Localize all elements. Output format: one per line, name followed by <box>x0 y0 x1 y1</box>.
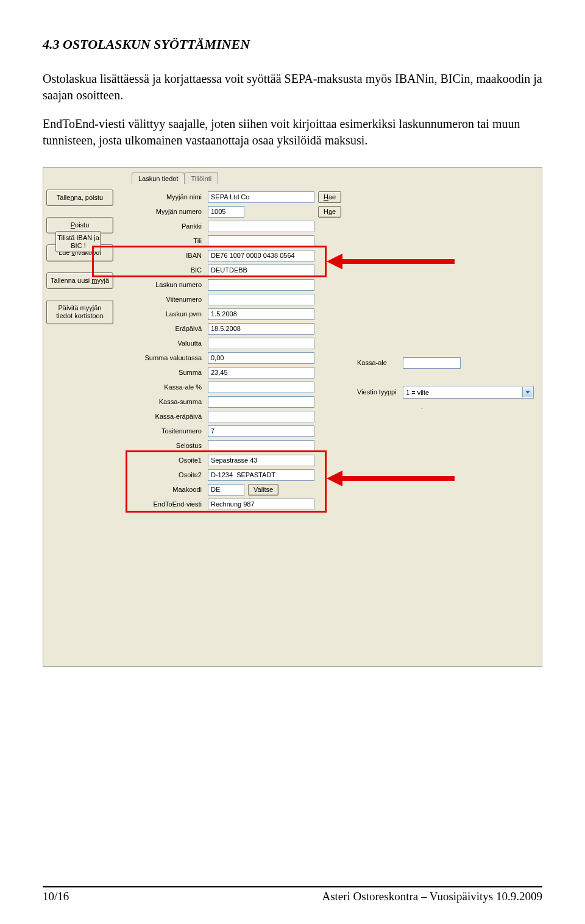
amount-currency-label: Summa valuutassa <box>132 354 208 361</box>
bic-label: BIC <box>132 266 208 274</box>
footer-title: Asteri Ostoreskontra – Vuosipäivitys 10.… <box>322 890 542 903</box>
address1-label: Osoite1 <box>132 457 208 464</box>
currency-input[interactable] <box>208 338 314 349</box>
seller-name-input[interactable] <box>208 191 314 203</box>
invoice-date-input[interactable] <box>208 308 314 320</box>
invoice-date-label: Laskun pvm <box>132 310 208 318</box>
tab-bar: Laskun tiedot Tiliöinti <box>132 172 218 184</box>
save-new-seller-button[interactable]: Tallenna uusi myyjä <box>46 272 113 289</box>
country-select-button[interactable]: Valitse <box>248 484 278 496</box>
endtoend-input[interactable] <box>208 499 314 510</box>
section-heading: 4.3 OSTOLASKUN SYÖTTÄMINEN <box>43 37 542 52</box>
voucher-no-label: Tositenumero <box>132 427 208 435</box>
country-code-label: Maakoodi <box>132 486 208 493</box>
address2-input[interactable] <box>208 469 314 481</box>
iban-from-account-button[interactable]: Tilistä IBAN ja BIC ! <box>55 231 101 252</box>
page-footer: 10/16 Asteri Ostoreskontra – Vuosipäivit… <box>43 890 542 903</box>
invoice-no-input[interactable] <box>208 279 314 291</box>
message-type-value: 1 = viite <box>406 389 429 396</box>
discount-sum-input[interactable] <box>208 396 314 408</box>
seller-no-hae-button[interactable]: Hae <box>318 206 341 218</box>
tab-account-assignment[interactable]: Tiliöinti <box>184 172 218 184</box>
invoice-no-label: Laskun numero <box>132 281 208 288</box>
discount-sum-label: Kassa-summa <box>132 398 208 405</box>
message-type-dropdown[interactable]: 1 = viite <box>403 386 534 399</box>
address1-input[interactable] <box>208 455 314 466</box>
seller-no-input[interactable] <box>208 206 244 218</box>
footer-divider <box>43 886 542 887</box>
bank-label: Pankki <box>132 222 208 230</box>
due-date-label: Eräpäivä <box>132 325 208 332</box>
discount-pct-input[interactable] <box>208 382 314 393</box>
country-code-input[interactable] <box>208 484 244 496</box>
reference-no-label: Viitenumero <box>132 296 208 303</box>
account-label: Tili <box>132 237 208 244</box>
tab-invoice-details[interactable]: Laskun tiedot <box>132 172 185 184</box>
amount-input[interactable] <box>208 367 314 378</box>
description-label: Selostus <box>132 442 208 449</box>
currency-label: Valuutta <box>132 339 208 347</box>
invoice-form-window: Tallenna, poistu Poistu Lue viivakoodi T… <box>43 167 542 667</box>
iban-label: IBAN <box>132 252 208 259</box>
voucher-no-input[interactable] <box>208 425 314 437</box>
amount-label: Summa <box>132 369 208 376</box>
discount-pct-label: Kassa-ale % <box>132 383 208 391</box>
iban-input[interactable] <box>208 250 314 261</box>
kassa-ale-right-input[interactable] <box>403 357 461 369</box>
message-type-label: Viestin tyyppi <box>357 388 397 396</box>
discount-due-label: Kassa-eräpäivä <box>132 413 208 420</box>
dot-text: . <box>421 403 423 410</box>
due-date-input[interactable] <box>208 323 314 335</box>
chevron-down-icon <box>525 391 530 394</box>
seller-no-label: Myyjän numero <box>132 208 208 215</box>
bic-input[interactable] <box>208 265 314 276</box>
intro-para-1: Ostolaskua lisättäessä ja korjattaessa v… <box>43 71 542 104</box>
bank-input[interactable] <box>208 221 314 232</box>
kassa-ale-right-label: Kassa-ale <box>357 359 387 366</box>
description-input[interactable] <box>208 440 314 452</box>
address2-label: Osoite2 <box>132 471 208 478</box>
discount-due-input[interactable] <box>208 411 314 422</box>
left-button-column: Tallenna, poistu Poistu Lue viivakoodi T… <box>46 190 113 324</box>
save-exit-button[interactable]: Tallenna, poistu <box>46 190 113 206</box>
reference-no-input[interactable] <box>208 294 314 305</box>
intro-para-2: EndToEnd-viesti välittyy saajalle, joten… <box>43 116 542 149</box>
invoice-form: Myyjän nimi Hae Myyjän numero Hae Pankki… <box>132 190 537 511</box>
amount-currency-input[interactable] <box>208 352 314 364</box>
update-seller-card-button[interactable]: Päivitä myyjän tiedot kortistoon <box>46 300 113 324</box>
seller-name-label: Myyjän nimi <box>132 193 208 201</box>
endtoend-label: EndToEnd-viesti <box>132 500 208 508</box>
page-number: 10/16 <box>43 890 69 903</box>
account-input[interactable] <box>208 235 314 247</box>
tab-content: Tilistä IBAN ja BIC ! Myyjän nimi Hae My… <box>132 185 537 661</box>
seller-name-hae-button[interactable]: Hae <box>318 191 341 203</box>
